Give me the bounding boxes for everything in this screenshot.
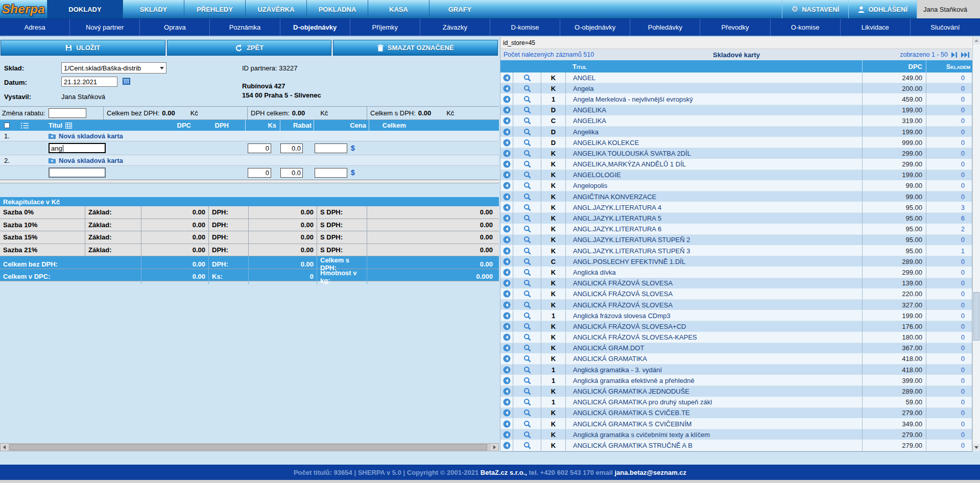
catalog-row[interactable]: 1 Anglická gramatika - 3. vydání 418.00 … bbox=[500, 365, 972, 375]
new-stock-card-link[interactable]: Nová skladová karta bbox=[49, 157, 499, 164]
items-header-rabat[interactable]: Rabat bbox=[280, 120, 314, 131]
top-nav-tab[interactable]: DOKLADY bbox=[47, 0, 123, 18]
catalog-row[interactable]: K ANGIČTINA KONVERZACE 99.00 0 bbox=[500, 191, 972, 202]
top-nav-tab[interactable]: POKLADNA bbox=[306, 0, 368, 18]
catalog-row[interactable]: 1 Anglická gramatika efektivně a přehled… bbox=[500, 375, 972, 386]
search-icon[interactable] bbox=[513, 73, 541, 83]
catalog-row[interactable]: K ANGLICKÁ GRAMATIKA S CVIČEB.TE 279.00 … bbox=[500, 408, 972, 419]
horizontal-scrollbar[interactable] bbox=[0, 443, 499, 451]
calendar-icon[interactable] bbox=[123, 78, 130, 85]
back-button[interactable]: ZPĚT bbox=[167, 40, 332, 56]
scroll-right-button[interactable] bbox=[491, 444, 498, 451]
insert-item-icon[interactable] bbox=[500, 332, 513, 343]
catalog-row[interactable]: 1 Angela Merkelová - nejvlivnější evrops… bbox=[500, 94, 972, 105]
catalog-header-titul[interactable]: Titul bbox=[565, 60, 862, 73]
search-icon[interactable] bbox=[513, 397, 541, 407]
search-icon[interactable] bbox=[513, 105, 541, 115]
items-header-dpc[interactable]: DPC bbox=[143, 120, 192, 131]
items-header-dph[interactable]: DPH bbox=[192, 120, 245, 131]
catalog-row[interactable]: K ANGELIKA,MARKÝZA ANDĚLŮ 1 DÍL 299.00 0 bbox=[500, 159, 972, 170]
list-icon[interactable] bbox=[21, 123, 29, 129]
ks-input[interactable] bbox=[248, 143, 271, 153]
insert-item-icon[interactable] bbox=[500, 148, 513, 158]
app-logo[interactable]: Sherpa bbox=[0, 0, 47, 18]
catalog-row[interactable]: K ANGL.JAZYK.LITERATURA 6 95.00 2 bbox=[500, 224, 972, 235]
insert-item-icon[interactable] bbox=[500, 310, 513, 321]
sub-nav-tab[interactable]: D-komise bbox=[490, 19, 560, 36]
search-icon[interactable] bbox=[513, 181, 541, 191]
search-icon[interactable] bbox=[513, 408, 541, 418]
cena-input[interactable] bbox=[315, 143, 347, 153]
sub-nav-tab[interactable]: O-objednávky bbox=[560, 19, 630, 36]
scroll-up-button[interactable] bbox=[973, 37, 980, 44]
scroll-down-button[interactable] bbox=[973, 444, 980, 451]
search-icon[interactable] bbox=[513, 440, 541, 450]
top-nav-tab[interactable]: KASA bbox=[368, 0, 429, 18]
insert-item-icon[interactable] bbox=[500, 429, 513, 440]
select-all-checkbox[interactable] bbox=[4, 123, 10, 128]
top-nav-tab[interactable]: PŘEHLEDY bbox=[184, 0, 245, 18]
insert-item-icon[interactable] bbox=[500, 127, 513, 137]
sub-nav-tab[interactable]: Oprava bbox=[139, 19, 209, 36]
search-icon[interactable] bbox=[513, 289, 541, 299]
sub-nav-tab[interactable]: Adresa bbox=[0, 19, 69, 36]
catalog-row[interactable]: D Angelika 199.00 0 bbox=[500, 127, 972, 137]
horizontal-scrollbar-thumb[interactable] bbox=[9, 444, 487, 450]
insert-item-icon[interactable] bbox=[500, 419, 513, 429]
titul-input[interactable] bbox=[49, 167, 106, 178]
catalog-row[interactable]: K ANGL.JAZYK.LITERATURA 5 95.00 6 bbox=[500, 213, 972, 224]
items-header-cena[interactable]: Cena bbox=[314, 120, 369, 131]
sub-nav-tab[interactable]: O-komise bbox=[770, 19, 840, 36]
top-nav-tab[interactable]: UZÁVĚRKA bbox=[245, 0, 306, 18]
search-icon[interactable] bbox=[513, 127, 541, 137]
insert-item-icon[interactable] bbox=[500, 213, 513, 223]
sub-nav-tab[interactable]: Převodky bbox=[700, 19, 770, 36]
insert-item-icon[interactable] bbox=[500, 191, 513, 202]
titul-input[interactable]: ang bbox=[49, 143, 106, 153]
insert-item-icon[interactable] bbox=[500, 300, 513, 310]
search-icon[interactable] bbox=[513, 321, 541, 331]
ks-input[interactable] bbox=[248, 168, 271, 178]
sub-nav-tab[interactable]: Poznámka bbox=[209, 19, 279, 36]
catalog-row[interactable]: K ANGLICKÁ FRÁZOVÁ SLOVESA 327.00 0 bbox=[500, 300, 972, 310]
catalog-row[interactable]: D ANGELIKA KOLEKCE 999.00 0 bbox=[500, 137, 972, 148]
catalog-row[interactable]: K ANGL.JAZYK.LITERATURA STUPEŇ 2 95.00 0 bbox=[500, 235, 972, 246]
catalog-header-skladem[interactable]: Skladem bbox=[926, 60, 972, 73]
search-icon[interactable] bbox=[513, 419, 541, 429]
sub-nav-tab[interactable]: Likvidace bbox=[840, 19, 910, 36]
catalog-row[interactable]: 1 ANGLICKÁ GRAMATIKA pro druhý stupeň zá… bbox=[500, 397, 972, 408]
catalog-row[interactable]: K ANGLICKÁ GRAMATIKA S CVIČEBNÍM 349.00 … bbox=[500, 419, 972, 429]
search-icon[interactable] bbox=[513, 137, 541, 148]
search-icon[interactable] bbox=[513, 246, 541, 256]
catalog-header-dpc[interactable]: DPC bbox=[862, 60, 926, 73]
search-icon[interactable] bbox=[513, 83, 541, 93]
insert-item-icon[interactable] bbox=[500, 278, 513, 288]
logout-button[interactable]: ODHLÁŠENÍ bbox=[848, 0, 917, 18]
insert-item-icon[interactable] bbox=[500, 440, 513, 450]
insert-item-icon[interactable] bbox=[500, 181, 513, 191]
catalog-row[interactable]: K Anglická gramatika s cvičebními texty … bbox=[500, 429, 972, 440]
search-icon[interactable] bbox=[513, 429, 541, 440]
catalog-row[interactable]: K ANGL.JAZYK.LITERATURA STUPEŇ 3 95.00 1 bbox=[500, 246, 972, 256]
search-icon[interactable] bbox=[513, 170, 541, 180]
insert-item-icon[interactable] bbox=[500, 408, 513, 418]
search-icon[interactable] bbox=[513, 159, 541, 170]
datum-input[interactable] bbox=[61, 77, 117, 87]
insert-item-icon[interactable] bbox=[500, 73, 513, 83]
search-icon[interactable] bbox=[513, 202, 541, 212]
search-icon[interactable] bbox=[513, 224, 541, 234]
rabat-input[interactable] bbox=[280, 168, 303, 178]
insert-item-icon[interactable] bbox=[500, 386, 513, 396]
catalog-row[interactable]: D ANGELIKA 199.00 0 bbox=[500, 105, 972, 116]
delete-marked-button[interactable]: SMAZAT OZNAČENÉ bbox=[333, 40, 498, 56]
settings-button[interactable]: ⚙ NASTAVENÍ bbox=[782, 0, 849, 18]
top-nav-tab[interactable]: GRAFY bbox=[429, 0, 490, 18]
insert-item-icon[interactable] bbox=[500, 375, 513, 385]
insert-item-icon[interactable] bbox=[500, 365, 513, 375]
save-button[interactable]: ULOŽIT bbox=[1, 40, 165, 56]
items-header-celkem[interactable]: Celkem bbox=[369, 120, 499, 131]
search-icon[interactable] bbox=[513, 191, 541, 202]
next-page-icon[interactable] bbox=[951, 52, 958, 58]
sub-nav-tab[interactable]: D-objednávky bbox=[280, 19, 350, 36]
insert-item-icon[interactable] bbox=[500, 137, 513, 148]
